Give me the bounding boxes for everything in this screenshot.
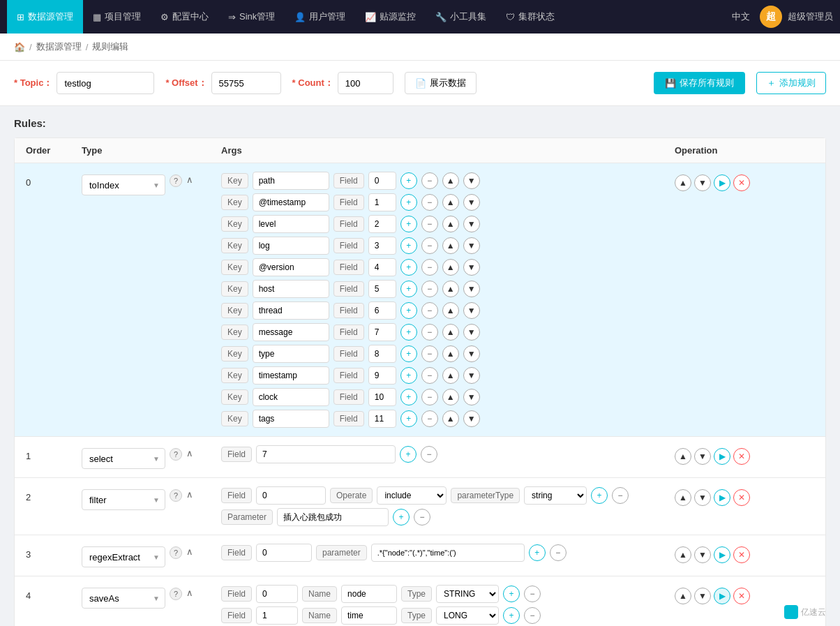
move-up-button[interactable]: ▲ [442, 259, 459, 276]
field-input[interactable] [256, 486, 326, 505]
move-up-button[interactable]: ▲ [442, 172, 459, 189]
add-rule-button[interactable]: ＋ 添加规则 [756, 72, 826, 94]
field-input[interactable] [256, 544, 312, 562]
rule-up-button[interactable]: ▲ [675, 546, 691, 563]
key-input[interactable] [253, 388, 329, 406]
field-input[interactable] [368, 172, 396, 190]
move-down-button[interactable]: ▼ [463, 345, 480, 362]
field-input[interactable] [368, 258, 396, 276]
rule-up-button[interactable]: ▲ [675, 448, 691, 465]
rule-run-button[interactable]: ▶ [714, 546, 730, 563]
add-arg-button[interactable]: + [400, 237, 417, 254]
remove-arg-button[interactable]: − [421, 194, 438, 211]
offset-input[interactable] [211, 72, 281, 94]
add-arg-button[interactable]: + [393, 509, 410, 526]
move-up-button[interactable]: ▲ [442, 389, 459, 405]
add-arg-button[interactable]: + [503, 607, 520, 624]
key-input[interactable] [253, 237, 329, 255]
rule-delete-button[interactable]: ✕ [733, 489, 750, 506]
rule-down-button[interactable]: ▼ [694, 489, 711, 506]
key-input[interactable] [253, 193, 329, 211]
rule-up-button[interactable]: ▲ [675, 588, 691, 604]
key-input[interactable] [253, 258, 329, 276]
nav-tools[interactable]: 🔧 小工具集 [426, 0, 496, 33]
field-input[interactable] [368, 193, 396, 211]
add-arg-button[interactable]: + [591, 487, 608, 504]
help-icon[interactable]: ? [170, 546, 182, 559]
remove-arg-button[interactable]: − [550, 544, 567, 561]
rule-4-type-select[interactable]: saveAs [82, 588, 165, 609]
name-input[interactable] [341, 606, 397, 625]
nav-cluster[interactable]: 🛡 集群状态 [496, 0, 564, 33]
key-input[interactable] [253, 280, 329, 298]
add-arg-button[interactable]: + [400, 324, 417, 341]
help-icon[interactable]: ? [170, 489, 182, 502]
collapse-icon[interactable]: ∧ [186, 448, 193, 459]
key-input[interactable] [253, 323, 329, 341]
key-input[interactable] [253, 366, 329, 385]
add-arg-button[interactable]: + [400, 172, 417, 189]
remove-arg-button[interactable]: − [421, 389, 438, 405]
move-up-button[interactable]: ▲ [442, 194, 459, 211]
remove-arg-button[interactable]: − [421, 259, 438, 276]
add-arg-button[interactable]: + [503, 586, 520, 602]
move-down-button[interactable]: ▼ [463, 410, 480, 427]
move-up-button[interactable]: ▲ [442, 302, 459, 319]
remove-arg-button[interactable]: − [421, 281, 438, 297]
rule-delete-button[interactable]: ✕ [733, 174, 750, 191]
add-arg-button[interactable]: + [400, 194, 417, 211]
rule-0-type-select[interactable]: toIndex [82, 174, 165, 195]
move-down-button[interactable]: ▼ [463, 259, 480, 276]
type-select[interactable]: LONG [436, 606, 499, 625]
lang-switch[interactable]: 中文 [722, 10, 760, 23]
remove-arg-button[interactable]: − [421, 367, 438, 384]
rule-1-type-select[interactable]: select [82, 448, 165, 469]
rule-run-button[interactable]: ▶ [714, 174, 730, 191]
remove-arg-button[interactable]: − [421, 345, 438, 362]
add-arg-button[interactable]: + [400, 345, 417, 362]
field-input[interactable] [368, 280, 396, 298]
parameter-input[interactable] [277, 508, 389, 526]
move-down-button[interactable]: ▼ [463, 237, 480, 254]
key-input[interactable] [253, 172, 329, 190]
rule-run-button[interactable]: ▶ [714, 588, 730, 604]
nav-project[interactable]: ▦ 项目管理 [83, 0, 151, 33]
move-down-button[interactable]: ▼ [463, 216, 480, 232]
move-down-button[interactable]: ▼ [463, 324, 480, 341]
rule-down-button[interactable]: ▼ [694, 588, 711, 604]
nav-monitor[interactable]: 📈 贴源监控 [355, 0, 426, 33]
field-input[interactable] [368, 345, 396, 363]
remove-arg-button[interactable]: − [421, 410, 438, 427]
remove-arg-button[interactable]: − [421, 302, 438, 319]
rule-up-button[interactable]: ▲ [675, 489, 691, 506]
add-arg-button[interactable]: + [400, 389, 417, 405]
nav-datasource[interactable]: ⊞ 数据源管理 [7, 0, 83, 33]
rule-down-button[interactable]: ▼ [694, 546, 711, 563]
rule-3-type-select[interactable]: regexExtract [82, 546, 165, 567]
move-up-button[interactable]: ▲ [442, 410, 459, 427]
add-arg-button[interactable]: + [400, 216, 417, 232]
move-up-button[interactable]: ▲ [442, 216, 459, 232]
type-select[interactable]: STRING [436, 585, 499, 603]
remove-arg-button[interactable]: − [612, 487, 629, 504]
rule-delete-button[interactable]: ✕ [733, 546, 750, 563]
add-arg-button[interactable]: + [400, 281, 417, 297]
move-down-button[interactable]: ▼ [463, 389, 480, 405]
remove-arg-button[interactable]: − [421, 216, 438, 232]
key-input[interactable] [253, 215, 329, 233]
remove-arg-button[interactable]: − [414, 509, 430, 526]
nav-user[interactable]: 👤 用户管理 [285, 0, 355, 33]
rule-run-button[interactable]: ▶ [714, 448, 730, 465]
help-icon[interactable]: ? [170, 448, 182, 461]
field-input[interactable] [368, 237, 396, 255]
help-icon[interactable]: ? [170, 588, 182, 600]
collapse-icon[interactable]: ∧ [186, 588, 193, 598]
help-icon[interactable]: ? [170, 174, 182, 187]
remove-arg-button[interactable]: − [421, 446, 437, 463]
collapse-icon[interactable]: ∧ [186, 489, 193, 500]
field-input[interactable] [256, 606, 298, 625]
breadcrumb-datasource[interactable]: 数据源管理 [36, 40, 82, 53]
field-input[interactable] [368, 323, 396, 341]
collapse-icon[interactable]: ∧ [186, 546, 193, 557]
add-arg-button[interactable]: + [400, 367, 417, 384]
